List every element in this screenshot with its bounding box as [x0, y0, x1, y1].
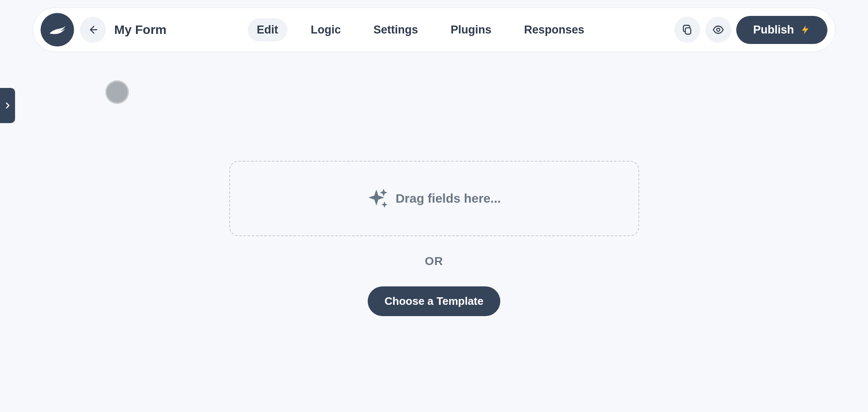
tab-edit[interactable]: Edit — [248, 18, 287, 41]
publish-button[interactable]: Publish — [736, 16, 827, 44]
field-dropzone[interactable]: Drag fields here... — [229, 161, 639, 236]
form-title[interactable]: My Form — [114, 23, 166, 37]
preview-button[interactable] — [705, 17, 731, 43]
tab-plugins[interactable]: Plugins — [441, 18, 501, 41]
form-canvas: Drag fields here... OR Choose a Template — [229, 161, 639, 316]
copy-icon — [681, 24, 693, 36]
svg-rect-0 — [686, 28, 691, 34]
app-logo[interactable] — [41, 13, 74, 46]
svg-point-1 — [717, 28, 720, 31]
main-tabs: Edit Logic Settings Plugins Responses — [172, 18, 668, 41]
or-separator: OR — [425, 255, 443, 268]
top-bar: My Form Edit Logic Settings Plugins Resp… — [33, 8, 835, 52]
choose-template-button[interactable]: Choose a Template — [368, 286, 500, 316]
back-button[interactable] — [80, 17, 106, 43]
tab-logic[interactable]: Logic — [302, 18, 350, 41]
eagle-icon — [48, 20, 67, 39]
dropzone-text: Drag fields here... — [396, 191, 501, 206]
chevron-right-icon — [3, 101, 12, 110]
tab-settings[interactable]: Settings — [364, 18, 428, 41]
publish-label: Publish — [753, 23, 794, 36]
canvas-handle[interactable] — [105, 80, 129, 104]
sparkle-icon — [367, 188, 389, 209]
arrow-left-icon — [87, 24, 99, 36]
lightning-icon — [800, 24, 811, 35]
eye-icon — [712, 24, 724, 36]
copy-button[interactable] — [674, 17, 700, 43]
header-actions: Publish — [674, 16, 827, 44]
tab-responses[interactable]: Responses — [515, 18, 594, 41]
expand-sidebar-button[interactable] — [0, 88, 15, 123]
